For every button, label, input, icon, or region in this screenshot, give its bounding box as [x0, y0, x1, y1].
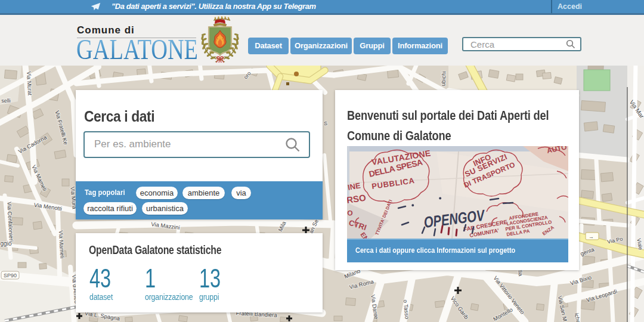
svg-text:O: O — [347, 209, 353, 218]
svg-text:selli: selli — [1, 98, 11, 104]
svg-text:ubichi: ubichi — [439, 71, 447, 86]
svg-text:→: → — [589, 234, 594, 240]
svg-text:Via Murat: Via Murat — [26, 71, 33, 95]
svg-text:S: S — [324, 120, 327, 126]
svg-text:SP90: SP90 — [4, 273, 17, 278]
svg-text:ggio: ggio — [1, 240, 12, 247]
